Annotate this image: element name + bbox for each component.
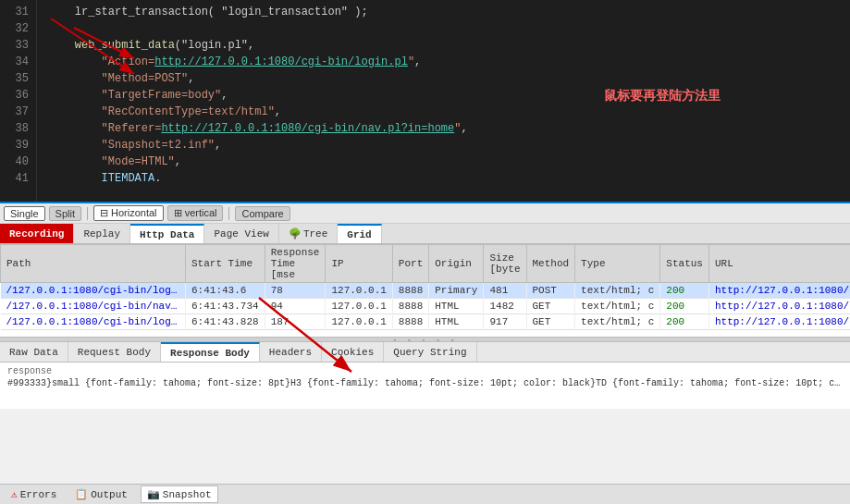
vertical-icon: ⊞	[174, 207, 182, 218]
cell-method: GET	[526, 299, 575, 314]
line-numbers: 31 32 33 34 35 36 37 38 39 40 41	[0, 0, 37, 202]
separator-1	[87, 207, 88, 220]
cell-size: 917	[484, 314, 526, 330]
cell-response-time: 78	[265, 283, 326, 299]
single-button[interactable]: Single	[4, 206, 45, 221]
cell-ip: 127.0.0.1	[326, 314, 392, 330]
col-header-origin: Origin	[429, 245, 484, 283]
response-area-wrapper: response #993333}small {font-family: tah…	[0, 363, 850, 484]
tab-recording[interactable]: Recording	[0, 224, 74, 243]
table-row[interactable]: /127.0.0.1:1080/cgi-bin/nav.pl?page=menu…	[1, 299, 851, 314]
code-line-33: web_submit_data("login.pl",	[48, 37, 839, 54]
table-row[interactable]: /127.0.0.1:1080/cgi-bin/login.pl?intro=t…	[1, 314, 851, 330]
cell-start-time: 6:41:43.828	[186, 314, 265, 330]
horizontal-icon: ⊟	[100, 207, 108, 218]
cell-origin: HTML	[429, 299, 484, 314]
cell-path: /127.0.0.1:1080/cgi-bin/login.pl	[1, 283, 186, 299]
cell-url: http://127.0.0.1:1080/cgi-bin/login.pl	[708, 283, 850, 299]
cell-origin: Primary	[429, 283, 484, 299]
col-header-start-time: Start Time	[186, 245, 265, 283]
response-text: #993333}small {font-family: tahoma; font…	[7, 378, 843, 388]
response-text-before: #993333}small {font-family: tahoma; font…	[7, 378, 843, 388]
code-line-39: "Snapshot=t2.inf",	[48, 137, 839, 154]
separator-2	[228, 207, 229, 220]
split-button[interactable]: Split	[49, 206, 81, 221]
snapshot-icon: 📷	[147, 488, 160, 500]
col-header-type: Type	[575, 245, 660, 283]
main-tabs: Recording Replay Http Data Page View 🌳 T…	[0, 224, 850, 244]
col-header-url: URL	[708, 245, 850, 283]
col-header-response-time: Response Time [mse	[265, 245, 326, 283]
output-tab[interactable]: 📋 Output	[69, 486, 133, 502]
code-line-38: "Referer=http://127.0.0.1:1080/cgi-bin/n…	[48, 120, 839, 137]
tab-query-string[interactable]: Query String	[384, 342, 476, 362]
code-line-34: "Action=http://127.0.0.1:1080/cgi-bin/lo…	[48, 54, 839, 70]
tree-icon: 🌳	[289, 227, 302, 240]
cell-type: text/html; c	[575, 314, 660, 330]
cell-size: 481	[484, 283, 526, 299]
response-label: response	[7, 366, 843, 376]
cell-origin: HTML	[429, 314, 484, 330]
cell-ip: 127.0.0.1	[326, 283, 392, 299]
col-header-method: Method	[526, 245, 575, 283]
status-bar: ⚠ Errors 📋 Output 📷 Snapshot	[0, 484, 850, 504]
tab-tree[interactable]: 🌳 Tree	[279, 224, 338, 243]
tab-cookies[interactable]: Cookies	[322, 342, 384, 362]
col-header-path: Path	[1, 245, 186, 283]
code-line-37: "RecContentType=text/html",	[48, 104, 839, 120]
col-header-ip: IP	[326, 245, 392, 283]
cell-ip: 127.0.0.1	[326, 299, 392, 314]
tab-raw-data[interactable]: Raw Data	[0, 342, 68, 362]
cell-path: /127.0.0.1:1080/cgi-bin/nav.pl?page=menu…	[1, 299, 186, 314]
vertical-button[interactable]: ⊞ vertical	[167, 205, 224, 221]
cell-status: 200	[660, 283, 709, 299]
tab-grid[interactable]: Grid	[338, 224, 381, 243]
output-icon: 📋	[75, 488, 88, 500]
cell-type: text/html; c	[575, 299, 660, 314]
code-line-32	[48, 20, 839, 37]
cell-path: /127.0.0.1:1080/cgi-bin/login.pl?intro=t…	[1, 314, 186, 330]
main-container: 31 32 33 34 35 36 37 38 39 40 41 lr_star…	[0, 0, 850, 504]
code-line-35: "Method=POST",	[48, 70, 839, 87]
code-content: lr_start_transaction( "login_transaction…	[37, 0, 850, 202]
cell-url: http://127.0.0.1:1080/cgi-bin/nav.pl?pag…	[708, 299, 850, 314]
tab-request-body[interactable]: Request Body	[68, 342, 161, 362]
bottom-panel: Single Split ⊟ Horizontal ⊞ vertical Com…	[0, 203, 850, 504]
code-editor: 31 32 33 34 35 36 37 38 39 40 41 lr_star…	[0, 0, 850, 203]
tab-response-body[interactable]: Response Body	[161, 342, 260, 362]
cell-method: POST	[526, 283, 575, 299]
errors-tab[interactable]: ⚠ Errors	[6, 486, 62, 502]
code-line-41: ITEMDATA.	[48, 170, 839, 187]
cell-port: 8888	[392, 299, 428, 314]
tab-replay[interactable]: Replay	[74, 224, 130, 243]
cell-status: 200	[660, 314, 709, 330]
cell-type: text/html; c	[575, 283, 660, 299]
errors-icon: ⚠	[11, 488, 18, 500]
code-line-31: lr_start_transaction( "login_transaction…	[48, 4, 839, 20]
snapshot-tab[interactable]: 📷 Snapshot	[141, 486, 218, 503]
cell-status: 200	[660, 299, 709, 314]
cell-size: 1482	[484, 299, 526, 314]
chinese-annotation: 鼠标要再登陆方法里	[604, 88, 721, 104]
cell-url: http://127.0.0.1:1080/cgi-bin/login.pl?i…	[708, 314, 850, 330]
compare-button[interactable]: Compare	[235, 206, 289, 221]
tab-page-view[interactable]: Page View	[204, 224, 278, 243]
cell-port: 8888	[392, 314, 428, 330]
cell-start-time: 6:41:43.734	[186, 299, 265, 314]
tab-headers[interactable]: Headers	[260, 342, 322, 362]
col-header-status: Status	[660, 245, 709, 283]
code-line-40: "Mode=HTML",	[48, 154, 839, 170]
col-header-port: Port	[392, 245, 428, 283]
cell-method: GET	[526, 314, 575, 330]
http-data-table: Path Start Time Response Time [mse IP Po…	[0, 244, 850, 330]
cell-response-time: 187	[265, 314, 326, 330]
http-table-container[interactable]: Path Start Time Response Time [mse IP Po…	[0, 244, 850, 337]
cell-response-time: 94	[265, 299, 326, 314]
detail-tabs: Raw Data Request Body Response Body Head…	[0, 342, 850, 363]
horizontal-button[interactable]: ⊟ Horizontal	[93, 205, 164, 221]
cell-start-time: 6:41:43.6	[186, 283, 265, 299]
response-content: response #993333}small {font-family: tah…	[0, 363, 850, 409]
table-row[interactable]: /127.0.0.1:1080/cgi-bin/login.pl 6:41:43…	[1, 283, 851, 299]
tab-http-data[interactable]: Http Data	[130, 224, 204, 243]
table-header-row: Path Start Time Response Time [mse IP Po…	[1, 245, 851, 283]
